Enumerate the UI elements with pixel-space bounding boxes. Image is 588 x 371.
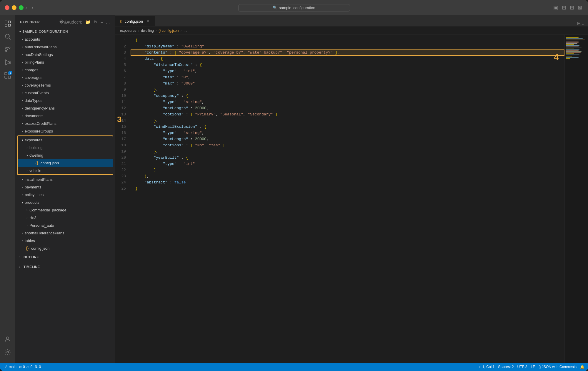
new-file-button[interactable]: �&#udcc4;	[59, 19, 83, 25]
breadcrumb-exposures[interactable]: exposures	[120, 29, 136, 33]
activity-explorer[interactable]	[2, 18, 14, 29]
sidebar-item-charges[interactable]: charges	[15, 66, 115, 74]
editor[interactable]: 12345 678910 1112131415 1617181920 21222…	[115, 35, 588, 363]
breadcrumb-config-json[interactable]: {} config.json	[159, 29, 179, 33]
json-file-icon: {}	[34, 160, 39, 165]
sidebar-root[interactable]: SAMPLE_CONFIGURATION	[15, 28, 115, 35]
customEvents-label: customEvents	[25, 91, 115, 95]
code-editor[interactable]: { "displayName" : "Dwelling", "contents"…	[131, 35, 564, 363]
settings-icon[interactable]	[2, 346, 14, 358]
status-language[interactable]: {} JSON with Comments	[539, 365, 577, 369]
minimize-button[interactable]	[12, 5, 16, 10]
charges-chevron	[20, 67, 25, 72]
status-encoding[interactable]: UTF-8	[517, 365, 527, 369]
status-notifications[interactable]: 🔔	[580, 365, 584, 369]
svg-point-6	[5, 47, 7, 49]
sidebar-item-autoRenewalPlans[interactable]: autoRenewalPlans	[15, 43, 115, 51]
refresh-button[interactable]: ↻	[93, 19, 98, 25]
sidebar-item-ho3[interactable]: Ho3	[15, 214, 115, 221]
status-eol[interactable]: LF	[531, 365, 535, 369]
code-line-9: },	[131, 87, 564, 93]
editor-more-icon[interactable]: ...	[582, 21, 586, 26]
personal-auto-label: Personal_auto	[29, 223, 115, 228]
title-bar-center: 🔍 sample_configuration	[238, 4, 350, 11]
documents-chevron	[20, 113, 25, 118]
sidebar-item-accounts[interactable]: accounts	[15, 35, 115, 43]
shortfallTolerancePlans-chevron	[20, 231, 25, 235]
nav-forward-button[interactable]: ›	[30, 4, 35, 11]
nav-back-button[interactable]: ‹	[24, 4, 29, 11]
activity-source-control[interactable]	[2, 44, 14, 55]
sidebar-item-documents[interactable]: documents	[15, 112, 115, 120]
status-spaces[interactable]: Spaces: 2	[498, 365, 514, 369]
sidebar-item-products[interactable]: products	[15, 198, 115, 206]
sidebar-item-coverageTerms[interactable]: coverageTerms	[15, 81, 115, 89]
outline-header[interactable]: OUTLINE	[15, 254, 115, 261]
sidebar-header: EXPLORER �&#udcc4; 📁 ↻ − ...	[15, 15, 115, 28]
remote-count: 0	[39, 365, 41, 369]
sidebar-item-personal-auto[interactable]: Personal_auto	[15, 221, 115, 229]
personal-auto-chevron	[25, 223, 29, 228]
root-config-json-label: config.json	[31, 246, 115, 251]
activity-extensions[interactable]: 1	[2, 69, 14, 81]
sidebar-item-vehicle[interactable]: vehicle	[18, 167, 113, 174]
sidebar-item-shortfallTolerancePlans[interactable]: shortfallTolerancePlans	[15, 229, 115, 237]
payments-label: payments	[25, 185, 115, 189]
sidebar-item-auxDataSettings[interactable]: auxDataSettings	[15, 51, 115, 58]
svg-marker-9	[6, 60, 10, 65]
sidebar-item-commercial-package[interactable]: Commercial_package	[15, 206, 115, 214]
layout-toggle-2[interactable]: ⊟	[562, 4, 566, 11]
sidebar-item-root-config-json[interactable]: {} config.json	[15, 244, 115, 252]
root-chevron	[18, 29, 22, 34]
sidebar-item-coverages[interactable]: coverages	[15, 74, 115, 81]
collapse-button[interactable]: −	[100, 19, 104, 25]
sidebar-item-config-json[interactable]: {} config.json	[18, 159, 113, 167]
close-button[interactable]	[5, 5, 9, 10]
main-layout: 1 EXPLORER	[0, 15, 588, 363]
sidebar-item-policyLines[interactable]: policyLines	[15, 191, 115, 198]
status-errors[interactable]: ⊗ 0 ⚠ 0	[19, 365, 32, 369]
timeline-header[interactable]: TIMELINE	[15, 263, 115, 270]
tab-close-button[interactable]: ×	[145, 19, 151, 24]
maximize-button[interactable]	[19, 5, 24, 10]
sidebar-item-payments[interactable]: payments	[15, 183, 115, 191]
sidebar-item-tables[interactable]: tables	[15, 237, 115, 244]
layout-toggle-3[interactable]: ⊞	[570, 4, 574, 11]
account-icon[interactable]	[2, 333, 14, 345]
tab-config-json[interactable]: {} config.json ×	[115, 16, 155, 26]
activity-run[interactable]	[2, 57, 14, 68]
svg-point-17	[6, 337, 9, 339]
activity-search[interactable]	[2, 31, 14, 42]
editor-layout-icon[interactable]: ⊞	[577, 21, 581, 26]
timeline-chevron	[18, 264, 22, 269]
git-branch-label: main	[9, 365, 16, 369]
layout-toggle-4[interactable]: ⊠	[578, 4, 582, 11]
new-folder-button[interactable]: 📁	[85, 19, 91, 25]
autoRenewalPlans-label: autoRenewalPlans	[25, 45, 115, 49]
status-ln-col[interactable]: Ln 1, Col 1	[477, 365, 494, 369]
app-window: ‹ › 🔍 sample_configuration ▣ ⊟ ⊞ ⊠	[0, 0, 588, 371]
global-search-bar[interactable]: 🔍 sample_configuration	[238, 4, 350, 11]
sidebar-item-dataTypes[interactable]: dataTypes	[15, 97, 115, 104]
line-numbers: 12345 678910 1112131415 1617181920 21222…	[115, 35, 131, 363]
layout-toggle-1[interactable]: ▣	[553, 4, 558, 11]
sidebar-item-building[interactable]: building	[18, 144, 113, 151]
sidebar-item-excessCreditPlans[interactable]: excessCreditPlans	[15, 120, 115, 127]
root-json-file-icon: {}	[25, 246, 30, 251]
dwelling-chevron	[25, 153, 29, 158]
dataTypes-chevron	[20, 98, 25, 103]
sidebar-item-exposures[interactable]: exposures	[18, 136, 113, 144]
status-remote[interactable]: ⇅ 0	[35, 365, 41, 369]
more-actions-button[interactable]: ...	[105, 19, 110, 25]
dwelling-label: dwelling	[29, 153, 113, 158]
tab-json-icon: {}	[120, 19, 122, 23]
sidebar-item-billingPlans[interactable]: billingPlans	[15, 58, 115, 66]
sidebar-item-exposureGroups[interactable]: exposureGroups	[15, 127, 115, 135]
status-git-branch[interactable]: ⎇ main	[4, 365, 16, 369]
sidebar-item-customEvents[interactable]: customEvents	[15, 89, 115, 97]
sidebar-item-installmentPlans[interactable]: installmentPlans	[15, 175, 115, 183]
sidebar-item-dwelling[interactable]: dwelling	[18, 151, 113, 159]
breadcrumb-dwelling[interactable]: dwelling	[141, 29, 154, 33]
sidebar-item-delinquencyPlans[interactable]: delinquencyPlans	[15, 104, 115, 112]
svg-rect-15	[5, 76, 7, 78]
